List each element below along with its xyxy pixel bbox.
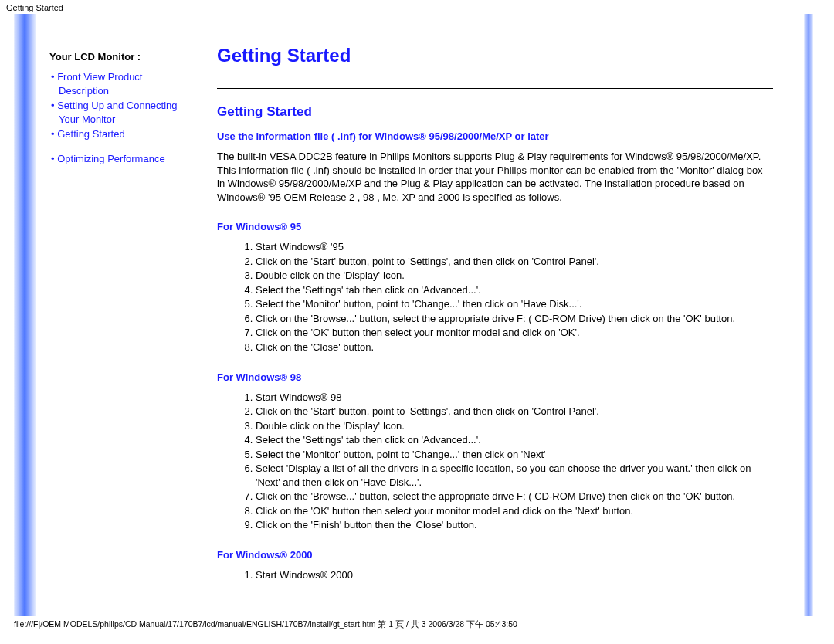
page-title: Getting Started: [217, 45, 773, 66]
sidebar-title: Your LCD Monitor :: [49, 51, 183, 63]
list-item: Double click on the 'Display' Icon.: [256, 269, 773, 283]
list-item: Double click on the 'Display' Icon.: [256, 419, 773, 433]
list-item: Click on the 'OK' button then select you…: [256, 504, 773, 518]
list-item: Click on the 'Finish' button then the 'C…: [256, 518, 773, 532]
win95-heading: For Windows® 95: [217, 221, 773, 232]
sidebar-link[interactable]: Setting Up and Connecting Your Monitor: [57, 100, 177, 125]
right-border-decor: [804, 14, 813, 616]
win2000-heading: For Windows® 2000: [217, 549, 773, 561]
sidebar-link[interactable]: Getting Started: [57, 128, 124, 140]
intro-paragraph: The built-in VESA DDC2B feature in Phili…: [217, 150, 773, 204]
list-item: Click on the 'Start' button, point to 'S…: [256, 405, 773, 419]
list-item: Select the 'Monitor' button, point to 'C…: [256, 448, 773, 462]
section-title: Getting Started: [217, 104, 773, 120]
list-item: Click on the 'OK' button then select you…: [256, 326, 773, 340]
list-item: Select 'Display a list of all the driver…: [256, 462, 773, 489]
content-frame: Your LCD Monitor : Front View Product De…: [36, 14, 804, 616]
sidebar-link[interactable]: Optimizing Performance: [57, 153, 164, 164]
sidebar-item-setup[interactable]: Setting Up and Connecting Your Monitor: [49, 99, 183, 126]
win98-steps: Start Windows® 98 Click on the 'Start' b…: [217, 391, 773, 532]
list-item: Click on the 'Close' button.: [256, 341, 773, 354]
main-content: Getting Started Getting Started Use the …: [186, 14, 804, 616]
list-item: Click on the 'Browse...' button, select …: [256, 490, 773, 503]
sidebar-link[interactable]: Front View Product Description: [57, 71, 142, 97]
sidebar-item-front-view[interactable]: Front View Product Description: [49, 70, 183, 97]
sidebar: Your LCD Monitor : Front View Product De…: [36, 14, 186, 616]
list-item: Start Windows® 98: [256, 391, 773, 405]
left-border-decor: [14, 14, 36, 616]
footer-path: file:///F|/OEM MODELS/philips/CD Manual/…: [0, 616, 834, 635]
list-item: Select the 'Monitor' button, point to 'C…: [256, 297, 773, 311]
list-item: Select the 'Settings' tab then click on …: [256, 433, 773, 447]
list-item: Click on the 'Browse...' button, select …: [256, 312, 773, 326]
list-item: Click on the 'Start' button, point to 'S…: [256, 255, 773, 269]
list-item: Start Windows® '95: [256, 240, 773, 254]
list-item: Select the 'Settings' tab then click on …: [256, 283, 773, 297]
sidebar-list: Front View Product Description Setting U…: [49, 70, 183, 165]
sidebar-item-getting-started[interactable]: Getting Started: [49, 127, 183, 141]
list-item: Start Windows® 2000: [256, 568, 773, 582]
win95-steps: Start Windows® '95 Click on the 'Start' …: [217, 240, 773, 354]
page-frame: Your LCD Monitor : Front View Product De…: [14, 14, 813, 616]
sidebar-item-optimizing[interactable]: Optimizing Performance: [49, 152, 183, 166]
divider: [217, 88, 773, 89]
win2000-steps: Start Windows® 2000: [217, 568, 773, 582]
win98-heading: For Windows® 98: [217, 371, 773, 383]
inf-file-heading: Use the information file ( .inf) for Win…: [217, 130, 773, 142]
top-small-title: Getting Started: [0, 0, 834, 14]
